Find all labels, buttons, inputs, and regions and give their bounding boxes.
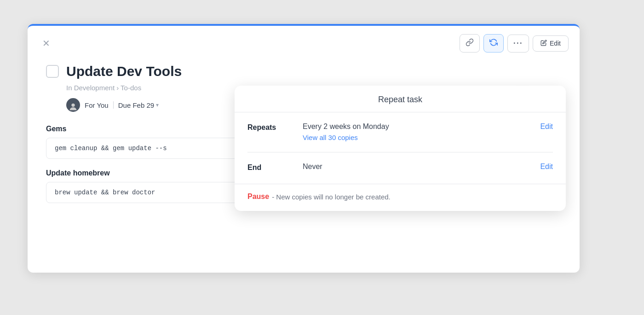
task-title-row: Update Dev Tools [46, 64, 561, 79]
assignee-label: For You [85, 101, 109, 109]
due-date-text: Due Feb 29 [118, 101, 154, 109]
repeats-row: Repeats Every 2 weeks on Monday View all… [247, 112, 553, 152]
pause-button[interactable]: Pause [247, 192, 269, 201]
due-date[interactable]: Due Feb 29 ▾ [118, 101, 159, 109]
chevron-down-icon: ▾ [156, 102, 159, 108]
task-checkbox[interactable] [46, 65, 59, 78]
avatar [66, 98, 80, 112]
end-row: End Never Edit [247, 152, 553, 184]
task-card-header: ✕ [28, 26, 580, 52]
end-edit-button[interactable]: Edit [540, 163, 553, 171]
view-copies-link[interactable]: View all 30 copies [303, 134, 358, 141]
repeats-value-block: Every 2 weeks on Monday View all 30 copi… [303, 122, 531, 142]
meta-divider [113, 101, 114, 109]
task-title: Update Dev Tools [66, 64, 182, 79]
header-actions: ··· Edit [460, 34, 569, 52]
more-icon: ··· [513, 39, 523, 48]
repeat-popup: Repeat task Repeats Every 2 weeks on Mon… [235, 86, 566, 211]
end-value: Never [303, 163, 531, 171]
repeat-icon [489, 38, 498, 48]
gems-code[interactable]: gem cleanup && gem update --s [46, 138, 267, 159]
edit-pencil-icon [540, 40, 547, 47]
popup-footer: Pause - New copies will no longer be cre… [235, 184, 566, 211]
svg-point-0 [71, 104, 75, 107]
repeats-label: Repeats [247, 122, 293, 132]
end-value-block: Never [303, 163, 531, 174]
edit-button[interactable]: Edit [533, 35, 569, 52]
end-label: End [247, 163, 293, 172]
close-icon: ✕ [42, 38, 50, 49]
popup-body: Repeats Every 2 weeks on Monday View all… [235, 112, 566, 184]
task-card: ✕ [28, 24, 580, 273]
link-button[interactable] [460, 34, 480, 52]
popup-title: Repeat task [235, 86, 566, 112]
pause-description: - New copies will no longer be created. [272, 193, 391, 201]
close-button[interactable]: ✕ [39, 36, 54, 51]
link-icon [466, 38, 474, 48]
repeat-button[interactable] [483, 34, 504, 52]
edit-label: Edit [550, 40, 561, 47]
more-button[interactable]: ··· [507, 35, 529, 52]
repeats-edit-button[interactable]: Edit [540, 122, 553, 131]
repeats-value: Every 2 weeks on Monday [303, 122, 531, 131]
